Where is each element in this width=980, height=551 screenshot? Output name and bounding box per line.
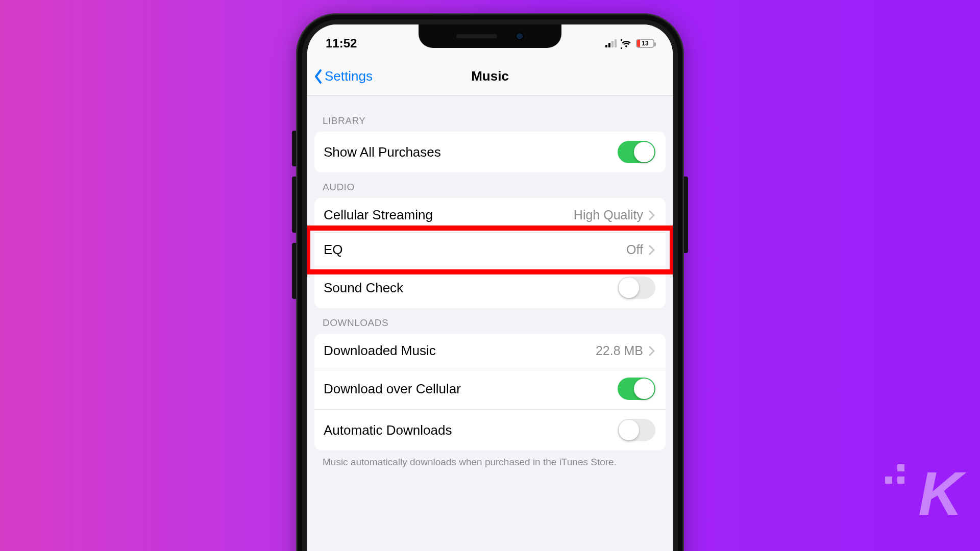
group-downloads: Downloaded Music 22.8 MB Download over C… <box>314 334 666 450</box>
row-eq[interactable]: EQ Off <box>314 233 666 267</box>
row-downloaded-music[interactable]: Downloaded Music 22.8 MB <box>314 334 666 368</box>
back-button[interactable]: Settings <box>307 68 373 84</box>
chevron-right-icon <box>648 345 655 357</box>
row-label: Automatic Downloads <box>324 422 452 438</box>
row-label: Downloaded Music <box>324 343 436 359</box>
settings-content: LIBRARY Show All Purchases AUDIO Cellula… <box>307 96 673 469</box>
row-label: EQ <box>324 242 343 258</box>
page-title: Music <box>471 68 509 84</box>
back-label: Settings <box>325 68 373 84</box>
row-sound-check[interactable]: Sound Check <box>314 267 666 308</box>
toggle-show-all-purchases[interactable] <box>618 141 655 163</box>
row-cellular-streaming[interactable]: Cellular Streaming High Quality <box>314 198 666 233</box>
toggle-download-over-cellular[interactable] <box>618 378 655 400</box>
row-value: Off <box>626 242 643 257</box>
status-time: 11:52 <box>326 36 357 51</box>
row-label: Cellular Streaming <box>324 207 433 223</box>
section-header-downloads: DOWNLOADS <box>307 308 673 334</box>
watermark-dots <box>885 464 904 484</box>
section-header-audio: AUDIO <box>307 172 673 198</box>
front-camera <box>516 32 524 40</box>
watermark-letter: K <box>918 458 960 529</box>
row-value: High Quality <box>574 208 643 222</box>
nav-bar: Settings Music <box>307 57 673 96</box>
row-download-over-cellular[interactable]: Download over Cellular <box>314 368 666 410</box>
toggle-sound-check[interactable] <box>618 277 655 299</box>
battery-percent: 13 <box>642 40 648 47</box>
section-header-library: LIBRARY <box>307 106 673 132</box>
chevron-left-icon <box>313 69 323 84</box>
section-footer-downloads: Music automatically downloads when purch… <box>307 450 673 469</box>
chevron-right-icon <box>648 210 655 221</box>
row-value: 22.8 MB <box>596 343 643 358</box>
toggle-automatic-downloads[interactable] <box>618 419 655 441</box>
row-label: Show All Purchases <box>324 144 441 160</box>
row-automatic-downloads[interactable]: Automatic Downloads <box>314 410 666 450</box>
row-label: Sound Check <box>324 280 403 296</box>
phone-screen: 11:52 13 <box>307 24 673 551</box>
speaker-grille <box>456 34 497 38</box>
phone-frame: 11:52 13 <box>296 13 684 551</box>
wifi-icon <box>621 39 632 47</box>
chevron-right-icon <box>648 244 655 256</box>
group-audio: Cellular Streaming High Quality EQ Off <box>314 198 666 308</box>
group-library: Show All Purchases <box>314 132 666 172</box>
device-notch <box>419 24 561 48</box>
row-show-all-purchases[interactable]: Show All Purchases <box>314 132 666 172</box>
row-label: Download over Cellular <box>324 381 461 397</box>
cellular-signal-icon <box>605 39 617 47</box>
battery-icon: 13 <box>636 39 654 48</box>
